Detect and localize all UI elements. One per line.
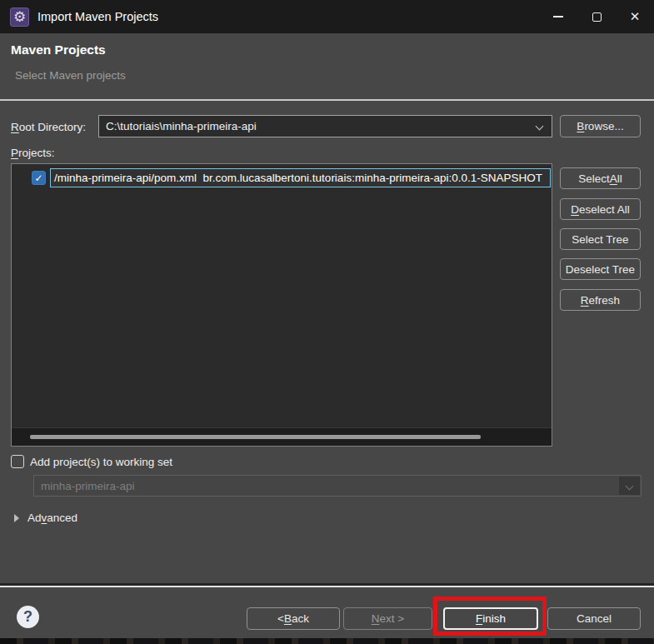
finish-button[interactable]: Finish [443, 607, 538, 630]
working-set-label[interactable]: Add project(s) to working set [30, 456, 172, 468]
maximize-icon [592, 12, 602, 22]
checkmark-icon: ✓ [34, 173, 42, 183]
projects-tree[interactable]: ✓ /minha-primeira-api/pom.xml br.com.luc… [11, 163, 552, 447]
import-maven-projects-dialog: ⚙ Import Maven Projects ✕ Maven Projects… [0, 0, 654, 644]
button-bar: ? < Back Next > Finish Cancel [0, 586, 654, 638]
maven-gear-icon: ⚙ [10, 7, 29, 27]
next-button-disabled: Next > [343, 607, 432, 630]
horizontal-scrollbar-track[interactable] [12, 427, 552, 446]
help-button[interactable]: ? [17, 606, 39, 628]
cancel-button[interactable]: Cancel [547, 607, 641, 630]
root-directory-label: Root Directory: [11, 121, 86, 133]
projects-label: Projects: [11, 147, 55, 159]
minimize-icon [553, 16, 563, 17]
browse-button[interactable]: Browse... [560, 115, 641, 137]
root-directory-combo[interactable]: C:\tutoriais\minha-primeira-api [98, 115, 552, 137]
bottom-edge-strip [0, 638, 654, 644]
deselect-all-button[interactable]: Deselect All [560, 198, 641, 220]
chevron-down-icon [626, 482, 634, 490]
expander-collapsed-icon[interactable] [14, 514, 19, 522]
working-set-combo-disabled: minha-primeira-api [33, 475, 642, 497]
maximize-button[interactable] [577, 0, 616, 33]
working-set-checkbox-unchecked[interactable] [11, 455, 24, 468]
window-title: Import Maven Projects [37, 10, 158, 23]
gear-glyph: ⚙ [13, 10, 26, 24]
working-set-combo-arrow [619, 477, 640, 495]
window-controls: ✕ [539, 0, 654, 33]
wizard-header: Maven Projects Select Maven projects [0, 33, 654, 101]
project-row-label[interactable]: /minha-primeira-api/pom.xml br.com.lucas… [50, 168, 551, 187]
refresh-button[interactable]: Refresh [560, 289, 641, 311]
advanced-expander[interactable]: Advanced [27, 512, 77, 524]
back-button[interactable]: < Back [247, 607, 340, 630]
select-tree-button[interactable]: Select Tree [560, 228, 641, 250]
project-checkbox-checked[interactable]: ✓ [32, 171, 46, 185]
working-set-combo-value: minha-primeira-api [41, 480, 135, 492]
select-all-button[interactable]: Select All [560, 167, 641, 189]
close-button[interactable]: ✕ [616, 0, 654, 33]
page-subtitle: Select Maven projects [15, 69, 126, 82]
minimize-button[interactable] [539, 0, 577, 33]
titlebar[interactable]: ⚙ Import Maven Projects ✕ [0, 0, 654, 33]
question-mark-icon: ? [23, 608, 32, 626]
close-icon: ✕ [630, 9, 641, 24]
combo-dropdown-arrow[interactable] [531, 116, 547, 137]
page-title: Maven Projects [11, 42, 106, 57]
deselect-tree-button[interactable]: Deselect Tree [560, 258, 641, 280]
chevron-down-icon [535, 122, 543, 131]
horizontal-scrollbar-thumb[interactable] [30, 435, 481, 439]
project-row[interactable]: ✓ /minha-primeira-api/pom.xml br.com.luc… [12, 167, 551, 188]
root-directory-value: C:\tutoriais\minha-primeira-api [106, 120, 257, 132]
